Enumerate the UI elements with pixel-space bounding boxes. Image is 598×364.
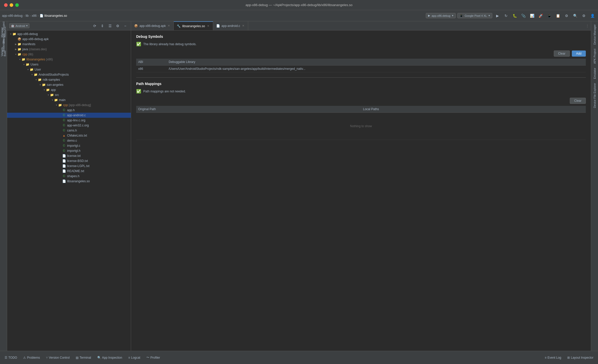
breadcrumb: app-x86-debug › lib › x86 › 📄 libsanange… xyxy=(2,14,67,18)
close-button[interactable] xyxy=(4,3,8,7)
tree-item-importglc[interactable]: © importgl.c xyxy=(7,143,131,148)
folder-icon-user: 📁 xyxy=(29,68,34,72)
tree-label-app: app xyxy=(51,88,56,92)
tree-item-applinx[interactable]: © app-linx.c.org xyxy=(7,118,131,123)
debug-button[interactable]: 🐛 xyxy=(511,12,518,19)
tree-item-java[interactable]: ▶ 📁 java (classes.dex) xyxy=(7,47,131,52)
tree-item-cpp-app[interactable]: ▾ 📁 cpp [app-x86-debug] xyxy=(7,103,131,108)
collapse-button[interactable]: ⇕ xyxy=(99,22,106,29)
account-button[interactable]: 👤 xyxy=(589,12,596,19)
build-variants-icon[interactable]: Build Variants xyxy=(1,49,7,55)
debug-add-button[interactable]: Add xyxy=(572,51,586,57)
tree-item-apph[interactable]: © app.h xyxy=(7,108,131,113)
todo-button[interactable]: ☰ TODO xyxy=(2,355,20,360)
deploy-button[interactable]: 🚀 xyxy=(537,12,544,19)
debug-table-header-abi: ABI xyxy=(136,59,167,65)
sidebar-apk-project[interactable]: APK Project xyxy=(592,47,597,66)
tree-item-license[interactable]: 📄 license.txt xyxy=(7,153,131,158)
vcs-button[interactable]: ⑂ Version Control xyxy=(43,355,72,360)
c-file-icon-camsh: © xyxy=(62,128,66,133)
folder-icon-java: 📁 xyxy=(17,47,21,51)
tree-item-root[interactable]: ▾ 📁 app-x86-debug xyxy=(7,31,131,37)
tab-c-close[interactable]: ✕ xyxy=(242,24,245,28)
folder-icon-app: 📁 xyxy=(46,88,50,92)
path-mappings-table: Original Path Local Paths Nothing to sho… xyxy=(136,106,586,140)
tree-label-libso-bottom: libsanangeles.so xyxy=(67,179,90,183)
attach-button[interactable]: 📎 xyxy=(520,12,527,19)
tree-item-camsh[interactable]: © cams.h xyxy=(7,128,131,133)
avd-button[interactable]: 📱 xyxy=(546,12,553,19)
debug-table-abi: x86 xyxy=(136,65,167,72)
coverage-button[interactable]: 📋 xyxy=(554,12,561,19)
tree-item-src[interactable]: ▾ 📁 src xyxy=(7,92,131,97)
tab-apk-close[interactable]: ✕ xyxy=(167,24,170,28)
debug-clear-button[interactable]: Clear xyxy=(554,51,570,57)
maximize-button[interactable] xyxy=(15,3,19,7)
sync-button[interactable]: ⟳ xyxy=(91,22,98,29)
profiler-button[interactable]: 〜 Profiler xyxy=(144,354,163,361)
tree-item-libsanangeles[interactable]: ▾ 📁 libsanangeles (x86) xyxy=(7,57,131,62)
tree-item-user[interactable]: ▾ 📁 User xyxy=(7,67,131,72)
tree-item-appwin32[interactable]: © app-win32.c.org xyxy=(7,123,131,128)
logcat-button[interactable]: ≡ Logcat xyxy=(126,355,143,360)
tree-label-manifests: manifests xyxy=(22,42,35,46)
close-panel-button[interactable]: − xyxy=(122,22,129,29)
path-status-text: Path mappings are not needed. xyxy=(143,90,186,93)
more-button[interactable]: ⚙ xyxy=(563,12,570,19)
tab-more[interactable]: ⋮ xyxy=(584,21,591,30)
sidebar-device-file[interactable]: Device File Explorer xyxy=(592,81,597,110)
settings-button[interactable]: ⚙ xyxy=(580,12,587,19)
device-selector[interactable]: 📱 Google Pixel 4 XL ▾ xyxy=(457,13,492,18)
tree-item-cmake[interactable]: ▲ CMakeLists.txt xyxy=(7,133,131,138)
tab-so[interactable]: 🔧 libsanangeles.so ✕ xyxy=(174,21,213,30)
tree-item-importglh[interactable]: © importgl.h xyxy=(7,148,131,153)
terminal-button[interactable]: ▤ Terminal xyxy=(73,355,93,360)
minimize-button[interactable] xyxy=(10,3,13,7)
tree-item-licenselgpl[interactable]: 📄 license-LGPL.txt xyxy=(7,163,131,169)
tree-item-licensebsd[interactable]: 📄 license-BSD.txt xyxy=(7,158,131,163)
tab-apk[interactable]: 📦 app-x86-debug.apk ✕ xyxy=(131,21,174,30)
path-table-header-local: Local Paths xyxy=(361,106,586,113)
filter-button[interactable]: ☰ xyxy=(106,22,114,29)
tree-item-shapesh[interactable]: © shapes.h xyxy=(7,174,131,179)
sidebar-device-manager[interactable]: Device Manager xyxy=(592,22,597,47)
breadcrumb-file[interactable]: 📄 libsanangeles.so xyxy=(40,14,67,18)
tab-c[interactable]: 📄 app-android.c ✕ xyxy=(213,21,248,30)
tree-item-users[interactable]: ▾ 📁 Users xyxy=(7,62,131,67)
profile-button[interactable]: 📊 xyxy=(528,12,536,19)
tab-so-close[interactable]: ✕ xyxy=(207,24,210,28)
event-log-icon: ≡ xyxy=(545,356,546,359)
tree-item-democ[interactable]: © demo.c xyxy=(7,138,131,143)
settings-panel-button[interactable]: ⚙ xyxy=(114,22,121,29)
tree-item-libso-bottom[interactable]: 📄 libsanangeles.so xyxy=(7,179,131,184)
tree-item-appandroid[interactable]: © app-android.c xyxy=(7,113,131,118)
breadcrumb-x86[interactable]: x86 xyxy=(32,14,37,18)
event-log-button[interactable]: ≡ Event Log xyxy=(542,355,564,360)
breadcrumb-app[interactable]: app-x86-debug xyxy=(2,14,23,18)
tree-item-san-angeles[interactable]: ▾ 📁 san-angeles xyxy=(7,82,131,87)
tree-item-apk[interactable]: 📦 app-x86-debug.apk xyxy=(7,37,131,42)
window-controls[interactable] xyxy=(4,3,19,7)
tree-item-manifests[interactable]: ▶ 📁 manifests xyxy=(7,42,131,47)
section-divider xyxy=(136,77,586,78)
search-button[interactable]: 🔍 xyxy=(572,12,579,19)
layout-inspector-button[interactable]: ⊞ Layout Inspector xyxy=(565,355,596,360)
tree-item-androidstudio[interactable]: ▾ 📁 AndroidStudioProjects xyxy=(7,72,131,77)
tab-so-label: libsanangeles.so xyxy=(182,24,205,28)
tree-item-readme[interactable]: 📄 README.txt xyxy=(7,169,131,174)
tree-item-app[interactable]: ▾ 📁 app xyxy=(7,87,131,92)
tree-item-cpp-lib[interactable]: ▾ 📁 cpp (lib) xyxy=(7,52,131,57)
refresh-button[interactable]: ↻ xyxy=(502,12,510,19)
breadcrumb-lib[interactable]: lib xyxy=(26,14,29,18)
run-config-selector[interactable]: ▶ app-x86-debug ▾ xyxy=(426,13,456,18)
tree-label-cmake: CMakeLists.txt xyxy=(67,134,87,137)
app-inspection-button[interactable]: 🔍 App Inspection xyxy=(95,355,125,360)
problems-button[interactable]: ⚠ Problems xyxy=(21,355,42,360)
sidebar-emulator[interactable]: Emulator xyxy=(592,66,597,81)
tree-item-ndk[interactable]: ▾ 📁 ndk-samples xyxy=(7,77,131,82)
android-selector[interactable]: 🤖 Android ▾ xyxy=(9,23,29,28)
bottom-bar: ☰ TODO ⚠ Problems ⑂ Version Control ▤ Te… xyxy=(0,351,598,364)
run-button[interactable]: ▶ xyxy=(494,12,501,19)
tree-item-main[interactable]: ▾ 📁 main xyxy=(7,97,131,103)
path-clear-button[interactable]: Clear xyxy=(570,98,586,104)
